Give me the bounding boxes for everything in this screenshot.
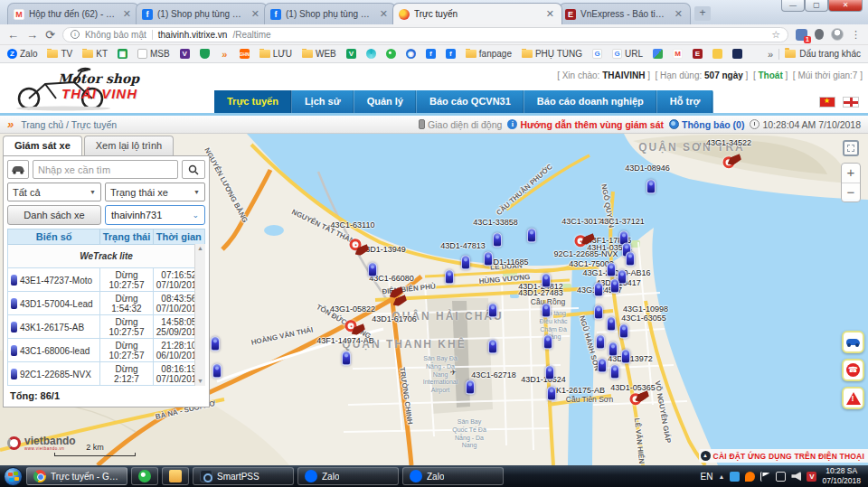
taskbar-clock[interactable]: 10:28 SA 07/10/2018 <box>822 466 864 486</box>
bookmark-item[interactable]: MSB <box>137 49 170 59</box>
vehicle-icon-button[interactable] <box>7 160 29 179</box>
browser-tab[interactable]: f(1) Shop phụ tùng xe máy chính✕ <box>136 3 268 24</box>
bookmark-item[interactable]: LƯU <box>259 49 292 59</box>
tab-close-icon[interactable]: ✕ <box>378 8 390 20</box>
bookmark-item[interactable]: ▦ <box>118 49 127 59</box>
account-combobox[interactable]: thaivinh731⌄ <box>105 205 205 225</box>
tab-close-icon[interactable]: ✕ <box>544 8 556 20</box>
bookmark-item[interactable] <box>366 49 376 59</box>
nav-item-trực-tuyến[interactable]: Trực tuyến <box>214 90 292 113</box>
v-tray-icon[interactable]: V <box>807 472 816 482</box>
bookmark-item[interactable]: V <box>346 49 356 59</box>
bookmark-item[interactable]: ◉ <box>406 49 416 59</box>
status-filter-select[interactable]: Trạng thái xe▼ <box>105 183 205 201</box>
vehicle-marker[interactable] <box>619 323 628 338</box>
vehicle-marker[interactable] <box>543 334 552 349</box>
browser-tab[interactable]: f(1) Shop phụ tùng xe máy chính✕ <box>264 3 396 24</box>
map-canvas[interactable]: QUẬN SƠN TRÀQUẬN HẢI CHÂUQUẬN THANH KHÊN… <box>0 134 868 465</box>
vehicle-marker[interactable] <box>607 262 616 276</box>
guide-link[interactable]: i Hướng dẫn thêm vùng giám sát <box>507 119 664 130</box>
table-row[interactable]: 43C1-68006-leadDừng10:27:5721:28:1006/10… <box>8 339 205 362</box>
bookmark-item[interactable]: » <box>220 49 230 59</box>
warn-quick-button[interactable] <box>842 387 864 409</box>
flag-vietnam-icon[interactable] <box>819 97 835 108</box>
table-row[interactable]: 92C1-22685-NVXDừng2:12:708:16:1907/10/20… <box>8 362 205 386</box>
fullscreen-icon[interactable] <box>843 140 859 156</box>
bookmark-item[interactable] <box>200 49 210 59</box>
bookmark-item[interactable] <box>653 49 663 59</box>
vehicle-group-row[interactable]: WeTrack lite <box>8 245 205 268</box>
vehicle-marker[interactable] <box>461 255 470 269</box>
search-button[interactable] <box>182 160 205 179</box>
address-bar[interactable]: i Không bảo mật thaivinh.vitrixe.vn /Rea… <box>62 27 788 42</box>
group-filter-select[interactable]: Tất cả▼ <box>7 183 101 201</box>
bookmark-item[interactable]: f <box>426 49 436 59</box>
vehicle-marker[interactable] <box>594 282 603 296</box>
vehicle-marker[interactable] <box>609 342 618 356</box>
bookmark-item[interactable] <box>732 49 742 59</box>
bookmark-item[interactable]: M <box>673 49 683 59</box>
nav-item-lịch-sử[interactable]: Lịch sử <box>292 90 354 113</box>
nav-item-báo-cáo-doanh-nghiệp[interactable]: Báo cáo doanh nghiệp <box>524 90 657 113</box>
phone-quick-button[interactable]: ☎ <box>842 359 864 381</box>
browser-tab[interactable]: EVnExpress - Báo tiếng Việt nhiề✕ <box>559 3 691 24</box>
bookmark-item[interactable]: V <box>180 49 190 59</box>
nav-item-hỗ-trợ[interactable]: Hỗ trợ <box>657 90 713 113</box>
new-tab-button[interactable]: + <box>694 6 711 21</box>
reload-icon[interactable]: ⟳ <box>45 29 55 41</box>
vehicle-marker[interactable] <box>621 349 630 363</box>
taskbar-button-zalo[interactable]: Zalo <box>402 467 504 485</box>
vehicle-marker[interactable] <box>445 269 454 284</box>
tab-monitor-vehicles[interactable]: Giám sát xe <box>3 136 82 155</box>
bookmark-item[interactable]: fanpage <box>466 49 512 59</box>
taskbar-button-chrome[interactable]: Trực tuyến - Goo... <box>26 467 127 485</box>
vehicle-marker[interactable] <box>466 379 475 394</box>
browser-tab[interactable]: MHộp thư đến (62) - thaivinhmot✕ <box>7 3 139 24</box>
site-info-icon[interactable]: i <box>71 30 80 39</box>
vehicle-marker[interactable] <box>484 251 493 266</box>
taskbar-button-zalo[interactable]: Zalo <box>297 467 399 485</box>
mobile-ui-link[interactable]: Giao diện di động <box>419 119 502 130</box>
tab-close-icon[interactable]: ✕ <box>673 8 684 20</box>
tab-close-icon[interactable]: ✕ <box>250 8 261 20</box>
logout-link[interactable]: Thoát <box>759 70 783 80</box>
vehicle-marker[interactable] <box>488 339 497 353</box>
notifications-link[interactable]: Thông báo (0) <box>669 119 744 130</box>
nav-item-báo-cáo-qcvn31[interactable]: Báo cáo QCVN31 <box>417 90 524 113</box>
nav-item-quản-lý[interactable]: Quản lý <box>354 90 417 113</box>
action-center-icon[interactable] <box>760 472 770 482</box>
language-indicator[interactable]: EN <box>701 472 713 482</box>
bookmark-item[interactable]: f <box>446 49 456 59</box>
vehicle-marker[interactable] <box>542 273 551 287</box>
vehicle-marker[interactable] <box>342 351 351 365</box>
bookmark-item[interactable]: GURL <box>612 49 643 59</box>
col-header-status[interactable]: Trạng thái <box>100 229 153 245</box>
vehicle-marker[interactable] <box>596 334 605 349</box>
browser-menu-icon[interactable]: ⋮ <box>851 29 861 41</box>
car-quick-button[interactable] <box>842 331 864 353</box>
antivirus-tray-icon[interactable] <box>745 472 755 482</box>
network-tray-icon[interactable] <box>776 472 786 482</box>
scroll-up-icon[interactable]: ▲ <box>197 244 203 253</box>
browser-tab[interactable]: Trực tuyến✕ <box>392 3 562 24</box>
vehicle-list-button[interactable]: Danh sách xe <box>7 205 101 225</box>
table-scrollbar[interactable]: ▲ ▼ <box>194 244 205 386</box>
bookmark-item[interactable]: PHỤ TÙNG <box>522 49 582 59</box>
vehicle-marker[interactable] <box>493 232 502 247</box>
zoom-out-button[interactable]: − <box>842 183 860 201</box>
table-row[interactable]: 43E1-47237-MotoDừng10:27:5707:16:5207/10… <box>8 268 205 292</box>
window-maximize-button[interactable]: ▢ <box>805 0 828 12</box>
bookmark-item[interactable]: WEB <box>302 49 336 59</box>
search-input[interactable] <box>33 160 178 179</box>
vehicle-marker[interactable] <box>646 179 656 193</box>
col-header-plate[interactable]: Biển số <box>8 229 100 245</box>
bookmark-item[interactable]: G <box>592 49 602 59</box>
table-row[interactable]: 43D1-57004-LeadDừng1:54:3208:43:5607/10/… <box>8 292 205 315</box>
col-header-time[interactable]: Thời gian <box>153 229 204 245</box>
vehicle-marker[interactable] <box>610 364 619 379</box>
app-logo[interactable]: Motor shop THÁI VINH <box>9 64 203 111</box>
tab-close-icon[interactable]: ✕ <box>121 8 133 20</box>
vehicle-marker[interactable] <box>368 262 377 276</box>
back-icon[interactable]: ← <box>7 29 19 41</box>
profile-avatar[interactable] <box>831 28 844 41</box>
